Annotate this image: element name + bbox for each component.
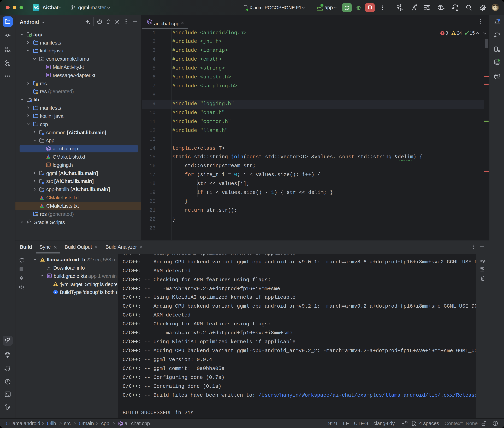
svg-text:C: C — [148, 20, 151, 24]
svg-text:C: C — [47, 147, 49, 150]
svg-text:C: C — [119, 422, 121, 425]
svg-text:H: H — [47, 163, 50, 167]
